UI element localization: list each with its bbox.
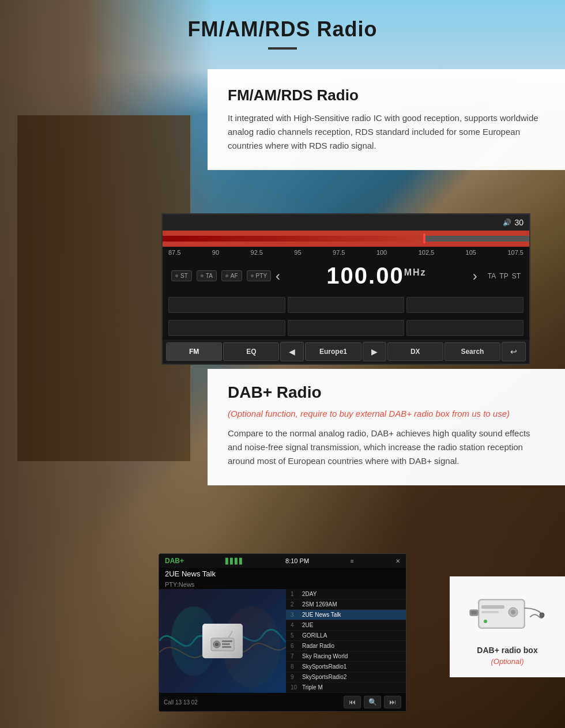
svg-point-4 (215, 643, 219, 646)
freq-right-arrow[interactable]: › (473, 268, 477, 284)
freq-100: 100 (376, 249, 387, 256)
preset-1[interactable] (168, 297, 285, 313)
dab-prev-button[interactable]: ⏮ (344, 696, 361, 708)
dab-next-button[interactable]: ⏭ (384, 696, 401, 708)
freq-90: 90 (212, 249, 219, 256)
svg-point-16 (484, 620, 487, 623)
preset-4[interactable] (168, 320, 285, 336)
page-wrapper: FM/AM/RDS Radio FM/AM/RDS Radio It integ… (0, 0, 565, 728)
freq-87.5: 87.5 (168, 249, 180, 256)
badge-st: ST (171, 270, 192, 281)
station-item-6[interactable]: 6 Radar Radio (286, 641, 406, 651)
freq-left-arrow[interactable]: ‹ (276, 268, 280, 284)
radio-ui-mockup: 🔊 30 87.5 90 92.5 95 97.5 100 102.5 105 … (161, 213, 530, 365)
svg-rect-7 (222, 646, 231, 648)
station-item-4[interactable]: 4 2UE (286, 620, 406, 631)
dab-desc-text: Compare to the normal analog radio, DAB+… (228, 427, 545, 468)
volume-number: 30 (514, 218, 523, 227)
freq-indicator (423, 233, 425, 244)
europe1-button[interactable]: Europe1 (305, 342, 361, 361)
title-underline (268, 47, 297, 50)
dab-section-title: DAB+ Radio (228, 383, 545, 402)
dab-ui-mockup: DAB+ ▋▋▋▋ 8:10 PM ≡ ✕ 2UE News Talk PTY:… (159, 553, 406, 712)
dab-radio-icon (202, 624, 243, 658)
svg-rect-13 (481, 611, 499, 613)
freq-92.5: 92.5 (251, 249, 263, 256)
radio-bottom-bar: FM EQ ◀ Europe1 ▶ DX Search ↩ (163, 340, 529, 364)
preset-6[interactable] (406, 320, 523, 336)
dab-box-visual (467, 588, 548, 640)
freq-97.5: 97.5 (333, 249, 345, 256)
dab-box-svg (467, 588, 548, 640)
ta-tp-labels: TA TP ST (488, 272, 521, 280)
dab-signal-icon: ▋▋▋▋ (225, 558, 244, 564)
dab-call-text: Call 13 13 02 (164, 699, 198, 706)
freq-105: 105 (466, 249, 476, 256)
dab-menu-icon: ≡ (351, 558, 354, 564)
fm-section-title: FM/AM/RDS Radio (228, 86, 545, 104)
fm-section-text: It integrated with High-Sensitive radio … (228, 111, 545, 153)
svg-rect-12 (481, 605, 504, 609)
preset-2[interactable] (288, 297, 405, 313)
station-item-1[interactable]: 1 2DAY (286, 589, 406, 599)
freq-107.5: 107.5 (507, 249, 523, 256)
svg-line-8 (228, 631, 232, 638)
station-item-2[interactable]: 2 2SM 1269AM (286, 599, 406, 610)
page-title-section: FM/AM/RDS Radio (0, 0, 565, 58)
dab-top-bar: DAB+ ▋▋▋▋ 8:10 PM ≡ ✕ (159, 554, 406, 568)
dab-time: 8:10 PM (285, 557, 309, 564)
preset-grid-row2 (163, 316, 529, 340)
dab-optional-text: (Optional function, require to buy exter… (228, 408, 545, 421)
station-item-5[interactable]: 5 GORILLA (286, 631, 406, 641)
badge-ta: TA (197, 270, 217, 281)
eq-button[interactable]: EQ (223, 342, 279, 361)
fm-description-card: FM/AM/RDS Radio It integrated with High-… (208, 69, 565, 170)
next-button[interactable]: ▶ (363, 342, 386, 361)
dab-main-content: 1 2DAY 2 2SM 1269AM 3 2UE News Talk 4 2U… (159, 589, 406, 693)
search-button[interactable]: Search (445, 342, 500, 361)
page-title: FM/AM/RDS Radio (0, 17, 565, 42)
radio-svg-icon (208, 629, 237, 652)
dab-box-label: DAB+ radio box (461, 646, 553, 655)
dab-box-container: DAB+ radio box (Optional) (450, 576, 565, 677)
preset-grid-row1 (163, 293, 529, 316)
prev-button[interactable]: ◀ (280, 342, 304, 361)
radio-controls-row: ST TA AF PTY ‹ 100.00MHz › TA TP (163, 258, 529, 293)
freq-102.5: 102.5 (419, 249, 435, 256)
radio-top-bar: 🔊 30 (163, 214, 529, 231)
svg-rect-6 (222, 643, 230, 645)
dab-close-icon: ✕ (396, 558, 400, 564)
back-button[interactable]: ↩ (502, 342, 526, 361)
freq-95: 95 (294, 249, 301, 256)
badge-pty: PTY (247, 270, 271, 281)
dx-button[interactable]: DX (387, 342, 443, 361)
preset-5[interactable] (288, 320, 405, 336)
dab-box-optional: (Optional) (461, 657, 553, 666)
fm-button[interactable]: FM (166, 342, 222, 361)
dab-station-list: 1 2DAY 2 2SM 1269AM 3 2UE News Talk 4 2U… (286, 589, 406, 693)
dab-search-button[interactable]: 🔍 (364, 696, 381, 708)
svg-rect-5 (222, 640, 232, 642)
svg-point-15 (511, 610, 515, 614)
freq-numbers-row: 87.5 90 92.5 95 97.5 100 102.5 105 107.5 (163, 247, 529, 258)
dab-visual-area (159, 589, 286, 693)
dab-label: DAB+ (165, 557, 184, 565)
dab-control-buttons: ⏮ 🔍 ⏭ (344, 696, 401, 708)
svg-point-11 (540, 613, 544, 617)
dab-description-card: DAB+ Radio (Optional function, require t… (208, 369, 565, 485)
freq-unit: MHz (404, 267, 427, 277)
freq-display: 100.00MHz (326, 263, 426, 289)
station-item-9[interactable]: 9 SkySportsRadio2 (286, 672, 406, 682)
dab-current-station: 2UE News Talk (159, 568, 406, 580)
dab-ui-container: DAB+ ▋▋▋▋ 8:10 PM ≡ ✕ 2UE News Talk PTY:… (159, 553, 406, 712)
station-item-3[interactable]: 3 2UE News Talk (286, 610, 406, 620)
dab-bottom-controls: Call 13 13 02 ⏮ 🔍 ⏭ (159, 693, 406, 711)
freq-scale-bar (163, 231, 529, 247)
station-item-7[interactable]: 7 Sky Racing World (286, 651, 406, 662)
badge-af: AF (221, 270, 242, 281)
svg-rect-18 (471, 611, 477, 614)
station-item-8[interactable]: 8 SkySportsRadio1 (286, 662, 406, 672)
preset-3[interactable] (406, 297, 523, 313)
station-item-10[interactable]: 10 Triple M (286, 682, 406, 693)
dab-pty: PTY:News (159, 580, 406, 589)
